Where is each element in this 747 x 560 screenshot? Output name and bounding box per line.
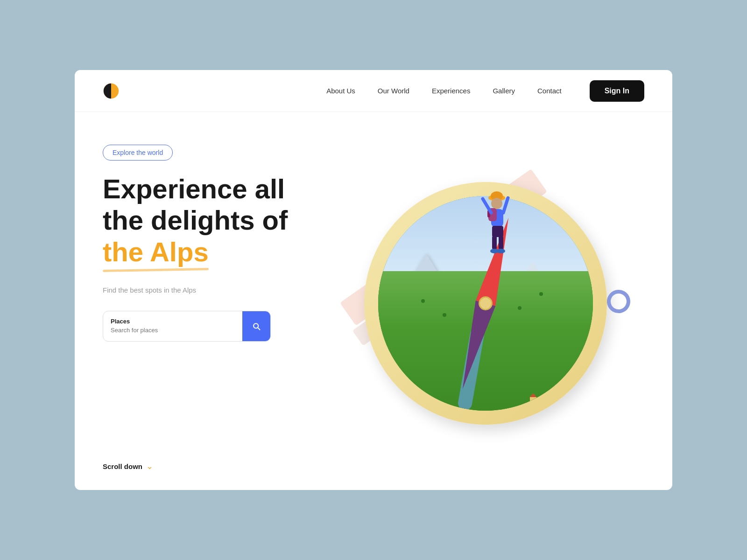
tree-2: [443, 313, 446, 317]
tree-3: [518, 306, 521, 310]
page-container: About Us Our World Experiences Gallery C…: [75, 70, 672, 490]
nav-experiences[interactable]: Experiences: [432, 87, 471, 95]
header: About Us Our World Experiences Gallery C…: [75, 70, 672, 112]
nav-gallery[interactable]: Gallery: [493, 87, 515, 95]
search-label: Places: [111, 318, 242, 325]
hero-subtitle: Find the best spots in the Alps: [103, 286, 327, 294]
search-button[interactable]: [242, 311, 270, 341]
nav-about-us[interactable]: About Us: [326, 87, 355, 95]
hiker-figure: [474, 189, 512, 255]
tree-4: [539, 292, 543, 296]
explore-badge-text: Explore the world: [113, 149, 163, 156]
hero-title-line2: the delights of: [103, 205, 288, 235]
svg-point-13: [497, 249, 505, 253]
hero-title-highlight: the Alps: [103, 236, 209, 268]
signin-button[interactable]: Sign In: [590, 80, 644, 102]
search-icon: [252, 322, 261, 331]
hero-title: Experience all the delights of the Alps: [103, 174, 327, 268]
nav-our-world[interactable]: Our World: [378, 87, 409, 95]
chevron-down-icon: ⌄: [146, 461, 153, 471]
search-input[interactable]: [111, 327, 242, 334]
scroll-down[interactable]: Scroll down ⌄: [103, 452, 327, 471]
svg-rect-10: [492, 235, 497, 250]
navigation: About Us Our World Experiences Gallery C…: [326, 87, 562, 95]
hero-illustration: [327, 135, 644, 471]
hero-title-line1: Experience all: [103, 174, 285, 204]
svg-line-7: [483, 199, 491, 213]
house-1: [530, 393, 536, 402]
hero-content: Explore the world Experience all the del…: [103, 135, 327, 471]
explore-badge: Explore the world: [103, 145, 173, 161]
hero-section: Explore the world Experience all the del…: [75, 112, 672, 490]
houses-area: [529, 393, 561, 404]
search-box-inner: Places: [111, 311, 242, 341]
compass-illustration: [350, 168, 621, 439]
logo[interactable]: [103, 83, 120, 99]
search-box: Places: [103, 311, 271, 342]
house-3: [553, 393, 559, 402]
compass-needle-center: [479, 296, 493, 310]
scroll-down-label: Scroll down: [103, 462, 142, 470]
hiker-svg: [474, 189, 516, 264]
house-2: [542, 393, 548, 402]
svg-point-3: [491, 198, 502, 209]
svg-line-8: [503, 198, 508, 213]
tree-1: [421, 299, 425, 303]
svg-rect-11: [499, 235, 503, 250]
nav-contact[interactable]: Contact: [537, 87, 562, 95]
